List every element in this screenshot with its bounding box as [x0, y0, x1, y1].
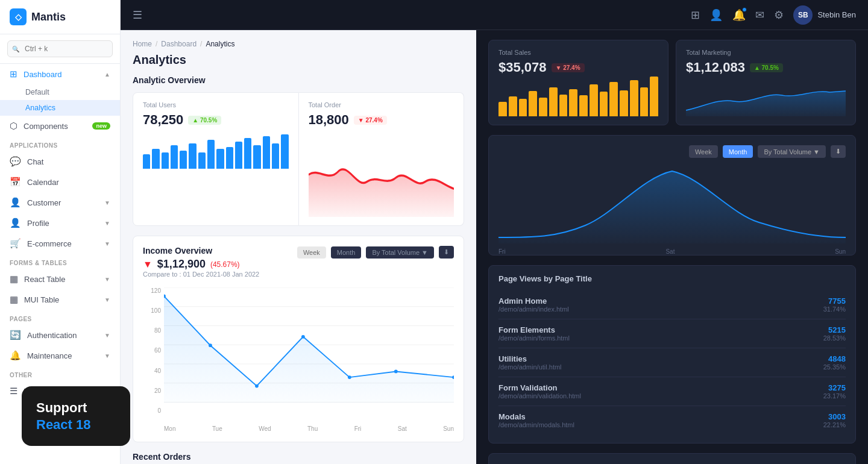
stat-value-users: 78,250: [143, 112, 183, 128]
pv-title-form-elements: Form Elements: [498, 325, 570, 334]
forms-section-label: Forms & Tables: [0, 254, 120, 269]
income-info: Income Overview ▼ $1,12,900 (45.67%) Com…: [143, 246, 259, 285]
search-input[interactable]: [7, 40, 113, 57]
apps-icon[interactable]: ⊞: [691, 8, 700, 22]
bar-5: [180, 151, 187, 169]
pv-title-form-validation: Form Validation: [498, 383, 581, 392]
sidebar-item-calendar[interactable]: 📅 Calendar: [0, 172, 120, 192]
dark-stat-value-sales: $35,078: [498, 60, 547, 75]
user-name: Stebin Ben: [817, 10, 856, 19]
user-switch-icon[interactable]: 👤: [709, 8, 723, 22]
month-button[interactable]: Month: [331, 246, 362, 259]
sidebar-item-authentication[interactable]: 🔄 Authentication ▼: [0, 325, 120, 345]
mail-icon[interactable]: ✉: [755, 8, 764, 22]
sidebar-search-wrap: [0, 34, 120, 64]
stat-card-total-order: Total Order 18,800 ▼ 27.4%: [299, 92, 465, 226]
pv-info-form-elements: Form Elements /demo/admin/forms.html: [498, 325, 570, 342]
breadcrumb-dashboard[interactable]: Dashboard: [161, 40, 197, 48]
breadcrumb-current: Analytics: [206, 40, 234, 48]
pv-pct-utilities: 25.35%: [823, 363, 846, 371]
pv-path-admin-home: /demo/admin/index.html: [498, 306, 569, 313]
bar-9: [216, 149, 224, 169]
dark-month-button[interactable]: Month: [723, 145, 753, 158]
x-label-tue: Tue: [212, 425, 222, 432]
sidebar-item-maintenance[interactable]: 🔔 Maintenance ▼: [0, 345, 120, 366]
pv-info-modals: Modals /demo/admin/modals.html: [498, 412, 574, 428]
bar-2: [152, 149, 159, 169]
right-panel: Total Sales $35,078 ▼ 27.4%: [476, 30, 868, 464]
sidebar-logo[interactable]: ◇ Mantis: [0, 0, 120, 34]
sidebar-item-react-table[interactable]: ▦ React Table ▼: [0, 269, 120, 289]
user-avatar-section[interactable]: SB Stebin Ben: [793, 5, 856, 25]
pv-item-form-validation: Form Validation /demo/admin/validation.h…: [498, 377, 846, 406]
breadcrumb-home[interactable]: Home: [133, 40, 152, 48]
sidebar-item-mui-table[interactable]: ▦ MUI Table ▼: [0, 289, 120, 310]
avatar: SB: [793, 5, 813, 25]
income-compare: Compare to : 01 Dec 2021-08 Jan 2022: [143, 271, 259, 278]
sidebar-item-profile[interactable]: 👤 Profile ▼: [0, 213, 120, 233]
sidebar-item-ecommerce[interactable]: 🛒 E-commerce ▼: [0, 233, 120, 254]
bar-10: [226, 147, 233, 169]
sidebar-item-chat[interactable]: 💬 Chat: [0, 151, 120, 172]
sidebar-item-customer[interactable]: 👤 Customer ▼: [0, 192, 120, 213]
pv-title-admin-home: Admin Home: [498, 296, 569, 306]
x-label-fri: Fri: [354, 425, 362, 432]
chat-icon: 💬: [10, 156, 21, 167]
sidebar-item-dashboard[interactable]: ⊞ Dashboard ▲: [0, 64, 120, 84]
g-bar-11: [600, 92, 608, 116]
week-button[interactable]: Week: [297, 246, 326, 259]
bar-14: [263, 136, 270, 169]
sidebar-item-components[interactable]: ⬡ Components new: [0, 116, 120, 136]
income-chart-svg: [164, 287, 454, 403]
support-popup-title: Support: [36, 400, 116, 417]
bar-4: [171, 145, 178, 169]
dark-stat-label-marketing: Total Marketing: [686, 49, 846, 56]
stat-value-row-users: 78,250 ▲ 70.5%: [143, 112, 289, 128]
bar-3: [162, 152, 169, 169]
page-views-section: Page Views by Page Title Admin Home /dem…: [488, 265, 856, 444]
y-label-60: 60: [143, 347, 161, 354]
income-line-chart: 120 100 80 60 40 20 0: [143, 287, 454, 432]
dark-stat-badge-marketing: ▲ 70.5%: [750, 63, 783, 72]
income-amount: $1,12,900: [157, 258, 206, 271]
support-popup[interactable]: Support React 18: [22, 386, 130, 446]
y-label-100: 100: [143, 307, 161, 314]
g-bar-10: [590, 84, 598, 116]
maintenance-icon: 🔔: [10, 350, 21, 361]
pv-pct-form-elements: 28.53%: [823, 334, 846, 342]
pages-section-label: Pages: [0, 310, 120, 325]
dark-x-fri: Fri: [498, 248, 506, 255]
g-bar-14: [630, 80, 638, 116]
bar-16: [281, 134, 288, 169]
sidebar-profile-label: Profile: [27, 219, 49, 228]
download-button[interactable]: ⬇: [439, 246, 454, 259]
breadcrumb-sep1: /: [156, 40, 157, 48]
hamburger-icon[interactable]: ☰: [133, 8, 142, 22]
pv-item-utilities: Utilities /demo/admin/util.html 4848 25.…: [498, 348, 846, 377]
left-panel: Home / Dashboard / Analytics Analytics A…: [121, 30, 476, 464]
dark-stat-card-marketing: Total Marketing $1,12,083 ▲ 70.5%: [676, 40, 856, 125]
x-label-mon: Mon: [164, 425, 175, 432]
chevron-down-ecommerce: ▼: [104, 240, 110, 247]
chevron-up-icon: ▲: [104, 71, 110, 78]
stat-cards-row: Total Users 78,250 ▲ 70.5%: [133, 92, 464, 226]
svg-point-12: [394, 370, 398, 374]
dark-download-button[interactable]: ⬇: [831, 145, 846, 158]
y-label-120: 120: [143, 287, 161, 294]
sidebar-sub-analytics[interactable]: Analytics: [0, 100, 120, 116]
dark-week-button[interactable]: Week: [689, 145, 718, 158]
chevron-down-mui-table: ▼: [104, 296, 110, 303]
react-table-icon: ▦: [10, 274, 18, 284]
pv-info-utilities: Utilities /demo/admin/util.html: [498, 354, 562, 371]
volume-button[interactable]: By Total Volume ▼: [366, 246, 434, 259]
dark-volume-button[interactable]: By Total Volume ▼: [758, 145, 826, 158]
notification-dot: [742, 7, 747, 12]
pv-path-form-elements: /demo/admin/forms.html: [498, 334, 570, 342]
dark-stat-label-sales: Total Sales: [498, 49, 658, 56]
other-section-label: Other: [0, 366, 120, 381]
dashboard-icon: ⊞: [10, 69, 17, 80]
notification-icon[interactable]: 🔔: [732, 8, 746, 22]
sidebar-sub-default[interactable]: Default: [0, 84, 120, 100]
settings-icon[interactable]: ⚙: [774, 8, 784, 22]
dark-x-sun: Sun: [835, 248, 846, 255]
